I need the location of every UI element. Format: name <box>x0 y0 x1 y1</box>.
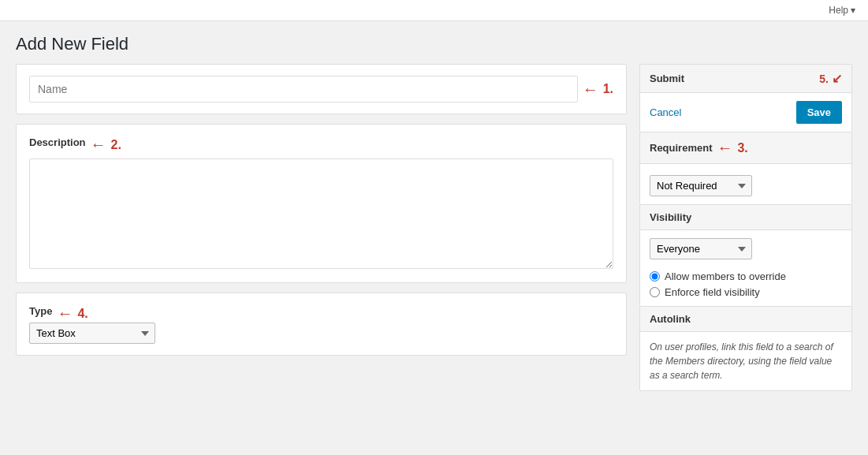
description-textarea[interactable] <box>29 159 613 269</box>
visibility-select[interactable]: Everyone Admins Only Members Only <box>650 238 752 259</box>
annotation-num-1: 1. <box>603 82 613 96</box>
submit-header-label: Submit <box>650 73 684 84</box>
enforce-visibility-radio[interactable] <box>650 287 660 297</box>
help-button[interactable]: Help ▾ <box>829 5 855 16</box>
submit-body: Cancel Save <box>640 93 851 132</box>
help-label: Help <box>829 5 848 16</box>
annotation-num-3: 3. <box>737 141 747 155</box>
visibility-body: Everyone Admins Only Members Only Allow … <box>640 230 851 306</box>
type-card: Type ← 4. Text Box Select Box Radio Butt… <box>16 293 627 356</box>
annotation-num-4: 4. <box>77 307 88 321</box>
allow-override-option[interactable]: Allow members to override <box>650 270 842 282</box>
allow-override-label: Allow members to override <box>665 270 786 282</box>
description-label-row: Description ← 2. <box>29 136 613 154</box>
annotation-arrow-3: ← <box>717 139 732 157</box>
autolink-body: On user profiles, link this field to a s… <box>640 332 851 390</box>
page-title: Add New Field <box>0 21 868 64</box>
annotation-arrow-1: ← <box>583 80 598 99</box>
visibility-card: Visibility Everyone Admins Only Members … <box>639 204 852 306</box>
cancel-button[interactable]: Cancel <box>650 106 681 118</box>
main-column: ← 1. Description ← 2. Type ← 4. Text Box… <box>16 64 627 391</box>
enforce-visibility-option[interactable]: Enforce field visibility <box>650 286 842 298</box>
requirement-body: Not Required Required <box>640 164 851 204</box>
allow-override-radio[interactable] <box>650 271 660 282</box>
visibility-header: Visibility <box>640 205 851 230</box>
autolink-description: On user profiles, link this field to a s… <box>650 340 842 382</box>
top-bar: Help ▾ <box>0 0 868 21</box>
autolink-card: Autolink On user profiles, link this fie… <box>639 306 852 391</box>
visibility-radio-group: Allow members to override Enforce field … <box>650 270 842 298</box>
name-input[interactable] <box>29 76 578 103</box>
autolink-header: Autolink <box>640 307 851 332</box>
annotation-num-2: 2. <box>111 138 121 152</box>
submit-row: Cancel Save <box>650 101 842 124</box>
submit-card: Submit 5. ↙ Cancel Save <box>639 64 852 132</box>
annotation-arrow-2: ← <box>91 136 106 154</box>
description-card: Description ← 2. <box>16 124 627 283</box>
description-label: Description <box>29 136 86 148</box>
annotation-arrow-5: ↙ <box>832 71 842 86</box>
annotation-arrow-4: ← <box>57 304 73 323</box>
requirement-card: Requirement ← 3. Not Required Required <box>639 132 852 204</box>
sidebar-column: Submit 5. ↙ Cancel Save Requirement <box>639 64 852 391</box>
submit-header: Submit 5. ↙ <box>640 65 851 93</box>
requirement-header: Requirement ← 3. <box>640 132 851 164</box>
chevron-down-icon: ▾ <box>851 5 855 16</box>
save-button[interactable]: Save <box>796 101 842 124</box>
annotation-num-5: 5. <box>819 73 829 85</box>
page-layout: ← 1. Description ← 2. Type ← 4. Text Box… <box>0 64 868 407</box>
enforce-visibility-label: Enforce field visibility <box>665 286 760 298</box>
type-label: Type <box>29 305 52 317</box>
name-field-row: ← 1. <box>29 76 613 103</box>
type-select[interactable]: Text Box Select Box Radio Buttons Checkb… <box>29 323 155 344</box>
type-label-row: Type ← 4. <box>29 304 613 323</box>
name-card: ← 1. <box>16 64 627 114</box>
requirement-header-label: Requirement <box>650 142 712 154</box>
requirement-select[interactable]: Not Required Required <box>650 175 752 196</box>
